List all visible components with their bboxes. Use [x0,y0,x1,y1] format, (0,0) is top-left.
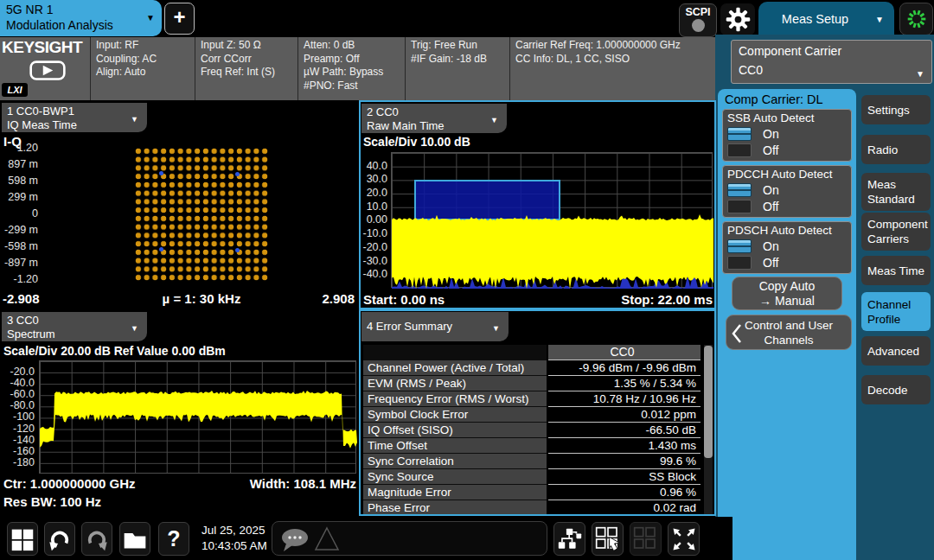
info-line: Input: RF [96,39,195,53]
tab-radio[interactable]: Radio [861,135,931,164]
ssb-on-option[interactable]: On [727,127,847,141]
info-col-atten[interactable]: Atten: 0 dB Preamp: Off µW Path: Bypass … [297,37,405,100]
gear-icon [725,6,752,33]
constellation-ref-point [159,247,163,251]
w3-scale-label: Scale/Div 20.00 dB Ref Value 0.00 dBm [3,344,226,358]
ssb-off-option[interactable]: Off [727,143,847,157]
tab-decode[interactable]: Decode [861,375,931,404]
toggle-on-icon [727,239,752,253]
mode-tab-line1: 5G NR 1 [6,3,53,16]
table-row[interactable]: EVM (RMS / Peak)1.35 % / 5.34 % [363,376,700,391]
table-row[interactable]: Time Offset1.430 ms [363,438,700,454]
help-button[interactable]: ? [158,522,189,556]
annotation-message-area[interactable] [272,521,547,556]
measurement-status-button[interactable] [899,3,933,35]
iq-constellation-plot[interactable] [134,147,269,282]
w1-ytick: 1.20 [0,142,38,154]
mode-tab[interactable]: 5G NR 1 Modulation Analysis ▼ [0,0,162,36]
tab-channel-profile[interactable]: Channel Profile [861,292,931,331]
spectrum-plot[interactable] [39,360,356,474]
w2-ytick: -20.0 [358,241,387,253]
w2-scale-label: Scale/Div 10.00 dB [363,135,470,149]
chevron-down-icon: ▼ [875,15,884,24]
w3-ytick: -140 [2,434,35,446]
constellation-ref-point [159,171,163,175]
table-row[interactable]: Frequency Error (RMS / Worst)10.78 Hz / … [363,391,700,407]
control-user-channels-button[interactable]: Control and User Channels [726,315,852,350]
tab-meas-standard[interactable]: Meas Standard [861,173,931,211]
info-col-trigger[interactable]: Trig: Free Run #IF Gain: -18 dB [405,37,509,100]
window2-header-dropdown[interactable]: 2 CC0 Raw Main Time ▼ [361,104,507,133]
w2-ytick: 30.0 [358,173,387,185]
window-select-button[interactable] [592,522,624,556]
redo-icon [84,526,110,552]
tab-label: Radio [867,143,898,157]
add-screen-button[interactable]: + [164,3,195,35]
table-scrollbar-track[interactable] [704,345,713,516]
tab-advanced[interactable]: Advanced [861,336,931,366]
info-line: µW Path: Bypass [304,66,405,80]
info-line: Trig: Free Run [411,39,509,53]
table-row[interactable]: Channel Power (Active / Total)-9.96 dBm … [363,360,700,376]
multi-window-button-disabled[interactable] [630,522,662,556]
w1-ytick: 598 m [0,175,38,187]
tab-component-carriers[interactable]: Component Carriers [861,213,931,251]
table-header-cc0: CC0 [548,345,700,360]
tab-label: Advanced [867,344,919,359]
info-col-input[interactable]: Input: RF Coupling: AC Align: Auto [90,37,195,100]
w3-ytick: -20.0 [2,366,35,378]
table-scrollbar-thumb[interactable] [704,346,713,458]
tab-settings[interactable]: Settings [861,95,931,124]
table-row[interactable]: Symbol Clock Error0.012 ppm [363,407,700,423]
w1-ytick: -299 m [0,224,38,236]
w2-ytick: 40.0 [358,160,387,172]
component-carrier-dropdown[interactable]: Component Carrier CC0 ▼ [731,40,932,84]
row-value: 0.012 ppm [548,407,700,423]
window1-title2: IQ Meas Time [7,118,147,132]
pdcch-on-option[interactable]: On [727,183,847,197]
table-row[interactable]: IQ Offset (SISO)-66.50 dB [363,423,700,438]
mode-tab-line2: Modulation Analysis [6,18,113,32]
pdcch-off-option[interactable]: Off [727,200,847,213]
table-row[interactable]: Magnitude Error0.96 % [363,485,700,500]
row-label: IQ Offset (SISO) [363,423,547,438]
row-value: SS Block [548,469,700,485]
info-col-carrier[interactable]: Carrier Ref Freq: 1.000000000 GHz CC Inf… [509,37,716,100]
table-row[interactable]: Sync SourceSS Block [363,469,700,485]
datetime-display: Jul 25, 2025 10:43:05 AM [202,523,267,554]
w3-ytick: -160 [2,445,35,457]
system-settings-button[interactable] [720,3,755,35]
info-col-impedance[interactable]: Input Z: 50 Ω Corr CCorr Freq Ref: Int (… [195,37,297,100]
window3-header-dropdown[interactable]: 3 CC0 Spectrum ▼ [2,312,147,341]
window4-header-dropdown[interactable]: 4 Error Summary ▼ [361,312,509,341]
tab-meas-time[interactable]: Meas Time [861,256,931,285]
toggle-on-icon [727,127,752,141]
table-row[interactable]: Sync Correlation99.6 % [363,454,700,469]
undo-button[interactable] [44,522,75,556]
w2-ytick: 20.0 [358,187,387,199]
copy-button-line1: Copy Auto [759,279,816,294]
pdsch-off-option[interactable]: Off [727,256,847,270]
raw-main-time-plot[interactable] [391,152,713,288]
w1-ytick: 897 m [0,158,38,170]
scpi-status-button[interactable]: SCPI [679,3,717,37]
window1-header-dropdown[interactable]: 1 CC0-BWP1 IQ Meas Time ▼ [2,103,147,132]
home-button[interactable] [7,522,38,556]
info-line: Corr CCorr [201,53,297,67]
row-label: Channel Power (Active / Total) [363,360,547,376]
raw-main-time-trace [392,153,713,289]
pdsch-on-option[interactable]: On [727,239,847,253]
off-label: Off [763,143,778,157]
w2-ytick: 10.0 [358,200,387,213]
table-row[interactable]: Phase Error0.02 rad [363,500,700,516]
redo-button[interactable] [81,522,112,556]
meas-setup-menu-tab[interactable]: Meas Setup ▼ [758,2,894,37]
fullscreen-button[interactable] [668,522,700,556]
channel-profile-panel: Comp Carrier: DL SSB Auto Detect On Off … [718,89,856,560]
row-label: Phase Error [363,500,547,516]
layout-tree-button[interactable] [553,522,585,556]
file-explorer-button[interactable] [119,522,150,556]
analyzer-screen: 5G NR 1 Modulation Analysis ▼ + SCPI Mea… [0,0,934,560]
keysight-logo: KEYSIGHT [2,38,82,57]
copy-auto-to-manual-button[interactable]: Copy Auto → Manual [732,277,842,310]
